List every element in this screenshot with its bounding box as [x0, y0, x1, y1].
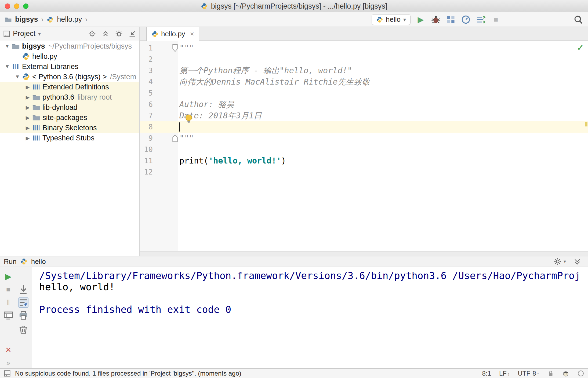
tree-expanded-chevron-icon[interactable]: ▼	[3, 64, 12, 70]
close-tab-icon[interactable]: ×	[190, 30, 194, 38]
tree-collapsed-chevron-icon[interactable]: ▶	[23, 104, 32, 111]
tree-row-hello-py[interactable]: hello.py	[0, 51, 139, 61]
tree-row-typeshed-stubs[interactable]: ▶Typeshed Stubs	[0, 133, 139, 143]
encoding-widget[interactable]: UTF-8↕	[518, 370, 539, 377]
print-button[interactable]	[18, 310, 28, 321]
inspections-ok-icon[interactable]: ✓	[577, 43, 584, 52]
close-tool-window-button[interactable]: ✕	[3, 345, 13, 355]
project-tree: ▼bigsys~/PycharmProjects/bigsyshello.py▼…	[0, 41, 139, 143]
folder-icon	[5, 16, 12, 23]
code-line-3[interactable]: 3第一个Python程序 - 输出"hello, world!"	[140, 65, 588, 76]
library-icon	[32, 134, 40, 142]
thread-dump-button[interactable]	[476, 15, 486, 24]
breadcrumb-project[interactable]: bigsys	[15, 15, 38, 24]
tree-row-binary-skeletons[interactable]: ▶Binary Skeletons	[0, 123, 139, 133]
breadcrumb-file[interactable]: hello.py	[57, 15, 82, 24]
fold-region-end-icon[interactable]	[172, 134, 179, 142]
tree-row-extended-definitions[interactable]: ▶Extended Definitions	[0, 82, 139, 92]
code-line-12[interactable]: 12	[140, 166, 588, 178]
fold-region-start-icon[interactable]	[172, 44, 179, 52]
console-line-1: /System/Library/Frameworks/Python.framew…	[39, 270, 588, 281]
window-title: bigsys [~/PycharmProjects/bigsys] - .../…	[211, 2, 387, 10]
code-line-5[interactable]: 5	[140, 88, 588, 99]
code-line-6[interactable]: 6Author: 骆昊	[140, 99, 588, 110]
code-line-7[interactable]: 7Date: 2018年3月1日	[140, 110, 588, 121]
tree-collapsed-chevron-icon[interactable]: ▶	[23, 125, 32, 131]
editor-pane: hello.py × 1"""23第一个Python程序 - 输出"hello,…	[140, 27, 588, 256]
tree-collapsed-chevron-icon[interactable]: ▶	[23, 135, 32, 141]
gear-icon[interactable]	[554, 258, 561, 265]
clear-console-button[interactable]	[18, 324, 28, 335]
line-separator-widget[interactable]: LF↕	[499, 370, 510, 377]
hide-panel-button[interactable]	[129, 30, 136, 38]
editor-tab-hello-py[interactable]: hello.py ×	[146, 27, 199, 41]
python-file-icon	[151, 31, 158, 38]
editor-scrollbar-strip[interactable]	[140, 251, 588, 256]
pause-output-button[interactable]: ‖	[3, 297, 13, 308]
gear-icon[interactable]	[115, 30, 123, 38]
tree-collapsed-chevron-icon[interactable]: ▶	[23, 94, 32, 100]
code-text: 第一个Python程序 - 输出"hello, world!"	[179, 65, 352, 76]
rerun-button[interactable]: ▶	[3, 271, 13, 281]
line-number: 9	[140, 133, 153, 144]
line-number: 4	[140, 76, 153, 88]
console-output[interactable]: /System/Library/Frameworks/Python.framew…	[32, 267, 588, 368]
code-line-2[interactable]: 2	[140, 54, 588, 65]
search-everywhere-button[interactable]	[574, 15, 583, 24]
chevron-down-icon[interactable]: ▾	[38, 31, 41, 37]
code-text: Author: 骆昊	[179, 99, 234, 110]
locate-file-button[interactable]	[88, 30, 96, 38]
error-stripe-current-line-mark[interactable]	[585, 122, 587, 126]
navigation-bar: bigsys › hello.py › hello ▾ ▶ ■	[0, 12, 588, 27]
stop-button[interactable]: ■	[491, 15, 501, 24]
toolbar-separator	[568, 15, 568, 24]
tree-row-external-libraries[interactable]: ▼External Libraries	[0, 61, 139, 72]
tree-row-site-packages[interactable]: ▶site-packages	[0, 112, 139, 123]
project-tool-window: Project ▾ ▼bigsys~/PycharmProjects/bigsy…	[0, 27, 140, 256]
stop-button[interactable]: ■	[3, 284, 13, 295]
console-line-3	[39, 293, 588, 304]
run-configuration-selector[interactable]: hello ▾	[372, 14, 411, 25]
folder-icon	[32, 93, 40, 101]
scroll-to-end-button[interactable]	[18, 284, 28, 295]
collapse-all-button[interactable]	[102, 30, 109, 38]
run-panel-title[interactable]: Run	[4, 257, 17, 266]
chevron-down-icon: ▾	[403, 16, 406, 23]
run-button[interactable]: ▶	[416, 15, 426, 24]
write-access-lock-icon[interactable]	[547, 370, 554, 377]
debug-button[interactable]	[431, 15, 441, 24]
run-with-coverage-button[interactable]	[446, 15, 456, 24]
restore-layout-button[interactable]	[3, 310, 13, 321]
python-file-icon	[47, 16, 54, 23]
line-number: 1	[140, 42, 153, 54]
tree-expanded-chevron-icon[interactable]: ▼	[3, 43, 12, 49]
tree-collapsed-chevron-icon[interactable]: ▶	[23, 115, 32, 121]
tree-row-python3-6[interactable]: ▶python3.6library root	[0, 92, 139, 102]
code-line-10[interactable]: 10	[140, 144, 588, 155]
code-line-9[interactable]: 9"""	[140, 133, 588, 144]
code-line-4[interactable]: 4向伟大的Dennis MacAlistair Ritchie先生致敬	[140, 76, 588, 88]
tree-row-lib-dynload[interactable]: ▶lib-dynload	[0, 102, 139, 112]
tool-window-switcher-icon[interactable]	[4, 370, 11, 377]
background-tasks-icon[interactable]	[577, 370, 584, 377]
more-actions-button[interactable]: »	[3, 358, 13, 368]
tree-row-python-3-6-bigsys[interactable]: ▼< Python 3.6 (bigsys) >/System	[0, 72, 139, 82]
code-line-8[interactable]: 8	[140, 121, 588, 133]
code-text: """	[179, 42, 194, 54]
code-editor[interactable]: 1"""23第一个Python程序 - 输出"hello, world!"4向伟…	[140, 41, 588, 251]
run-panel-header: Run hello ▾	[0, 256, 588, 267]
caret-position-widget[interactable]: 8:1	[482, 370, 491, 377]
line-number: 5	[140, 88, 153, 99]
tree-collapsed-chevron-icon[interactable]: ▶	[23, 84, 32, 90]
hide-tool-window-icon[interactable]	[574, 258, 581, 265]
code-line-11[interactable]: 11print('hello, world!')	[140, 155, 588, 166]
intention-bulb-icon[interactable]	[184, 114, 193, 124]
tree-row-bigsys[interactable]: ▼bigsys~/PycharmProjects/bigsys	[0, 41, 139, 51]
profiler-button[interactable]	[461, 15, 471, 24]
code-line-1[interactable]: 1"""	[140, 42, 588, 54]
tree-expanded-chevron-icon[interactable]: ▼	[13, 74, 22, 80]
hector-inspector-icon[interactable]	[562, 370, 569, 377]
console-line-4: Process finished with exit code 0	[39, 304, 588, 315]
soft-wrap-button[interactable]	[18, 297, 28, 308]
project-panel-title[interactable]: Project	[13, 30, 35, 38]
